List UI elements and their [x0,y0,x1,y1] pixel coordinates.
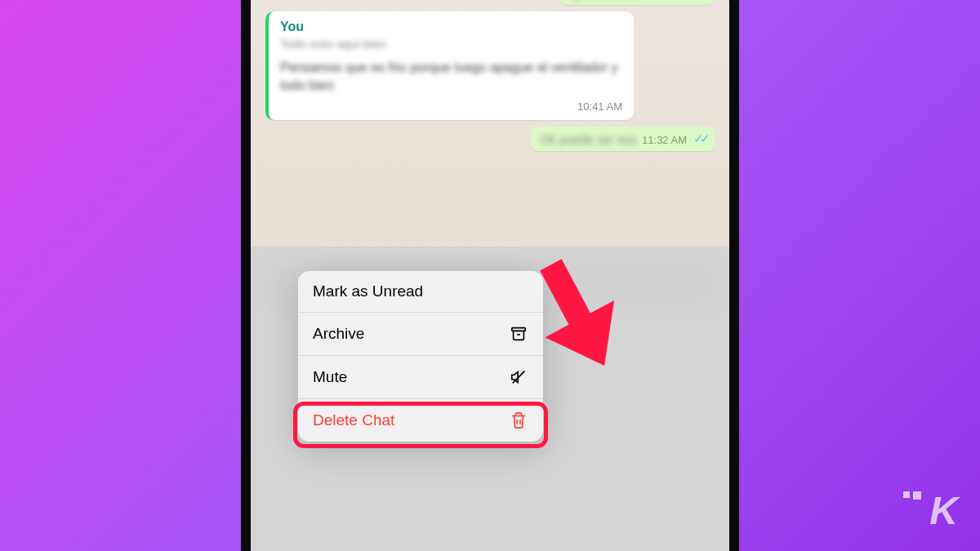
chat-context-menu: Mark as Unread Archive Mute [298,271,543,442]
sent-message-bubble[interactable]: Ok puede ser eso 11:32 AM ✓✓ [531,127,715,151]
message-timestamp: 10:41 AM [577,100,622,113]
menu-item-label: Mute [313,368,347,386]
quoted-text-blurred: Todo esto aqui bien [280,37,622,51]
svg-line-2 [513,371,525,384]
svg-rect-0 [512,328,526,331]
archive-button[interactable]: Archive [298,313,543,356]
chat-area: Que tal todo 10:41 AM ✓✓ You Todo esto a… [251,0,729,247]
trash-icon [509,411,528,430]
message-timestamp: 11:32 AM [642,134,687,146]
mark-unread-button[interactable]: Mark as Unread [298,271,543,313]
menu-item-label: Mark as Unread [313,282,423,300]
delete-chat-button[interactable]: Delete Chat [298,399,543,442]
message-text-blurred: Ok puede ser eso [541,132,637,146]
menu-item-label: Archive [313,325,364,343]
received-message-bubble[interactable]: You Todo esto aqui bien Pensamos que es … [265,11,634,120]
archive-icon [509,324,528,344]
watermark-logo: K [929,488,957,533]
phone-screen: Que tal todo 10:41 AM ✓✓ You Todo esto a… [251,0,729,551]
message-text-blurred: Pensamos que es frio porque luego apague… [280,59,622,94]
menu-item-label: Delete Chat [313,411,394,429]
read-receipt-icon: ✓✓ [693,131,706,146]
phone-frame: Que tal todo 10:41 AM ✓✓ You Todo esto a… [241,0,739,551]
mute-button[interactable]: Mute [298,356,543,399]
quoted-sender-name: You [280,20,622,34]
mute-icon [509,367,528,387]
sent-message-bubble[interactable]: Que tal todo 10:41 AM ✓✓ [560,0,715,5]
